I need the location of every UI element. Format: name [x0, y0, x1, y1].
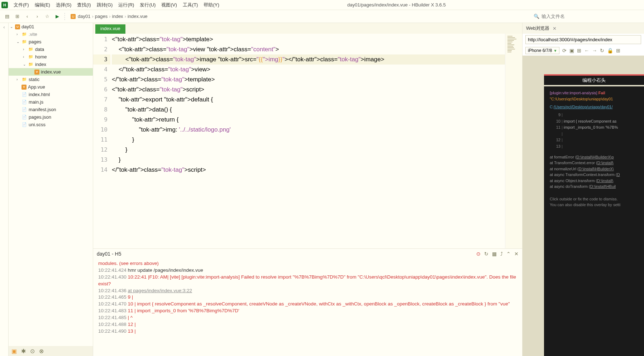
menu-file[interactable]: 文件(F) — [11, 0, 32, 10]
menu-run[interactable]: 运行(R) — [115, 0, 137, 10]
crumb-file[interactable]: index.vue — [128, 14, 148, 19]
tree-item[interactable]: 📄main.js — [9, 98, 93, 106]
tree-item[interactable]: 📄pages.json — [9, 113, 93, 121]
search-area: 🔍 — [534, 14, 641, 19]
rp-forward-icon[interactable]: → — [592, 48, 597, 53]
tab-active[interactable]: index.vue — [95, 24, 125, 34]
tree-item[interactable]: ›📁home — [9, 53, 93, 61]
tree-item[interactable]: ⌄📁index — [9, 61, 93, 68]
tree-item[interactable]: ›📁static — [9, 76, 93, 83]
forward-icon[interactable]: › — [33, 12, 42, 21]
preview-tab[interactable]: Web浏览器 — [526, 25, 550, 32]
breadcrumb: U day01 › pages › index › index.vue — [71, 14, 148, 19]
console-collapse-icon[interactable]: ⌃ — [506, 251, 511, 257]
menu-find[interactable]: 查找(I) — [74, 0, 94, 10]
rp-back-icon[interactable]: ← — [584, 48, 589, 53]
preview-url-input[interactable] — [525, 35, 641, 44]
console-restart-icon[interactable]: ↻ — [484, 251, 488, 257]
search-input[interactable] — [542, 14, 613, 19]
crumb-project[interactable]: day01 — [78, 14, 90, 19]
tree-item[interactable]: ›📁.vite — [9, 30, 93, 38]
tree-item[interactable]: 📄manifest.json — [9, 106, 93, 113]
close-icon[interactable]: ✕ — [553, 26, 557, 31]
app-header: 编程小石头 — [544, 74, 644, 85]
console-tool3-icon[interactable]: ▦ — [492, 251, 497, 257]
file-type-icon: U — [71, 14, 76, 19]
device-select[interactable]: iPhone 6/7/8▼ — [525, 47, 559, 54]
rp-tool3-icon[interactable]: ⊞ — [577, 48, 581, 53]
rp-tool2-icon[interactable]: ▣ — [569, 48, 574, 53]
explorer-icon[interactable]: ▤ — [3, 12, 11, 21]
menu-publish[interactable]: 发行(U) — [137, 0, 158, 10]
web-preview-panel: Web浏览器 ✕ iPhone 6/7/8▼ ⟳ ▣ ⊞ ← → ↻ 🔒 ⊞ 编… — [522, 23, 644, 356]
error-overlay[interactable]: [plugin:vite:import-analysis] Fail "C:\U… — [544, 86, 644, 356]
file-tree: ⌄ U day01 ›📁.vite⌄📁pages›📁data›📁home⌄📁in… — [9, 23, 93, 356]
crumb-folder2[interactable]: index — [112, 14, 123, 19]
toolbar: ▤ ⊞ ‹ › ☆ ▶ U day01 › pages › index › in… — [0, 10, 644, 23]
star-icon[interactable]: ☆ — [43, 12, 52, 21]
back-icon[interactable]: ‹ — [23, 12, 32, 21]
tree-item[interactable]: VApp.vue — [9, 83, 93, 91]
console-stop-icon[interactable]: ⊙ — [476, 251, 481, 257]
rp-refresh-icon[interactable]: ↻ — [600, 48, 604, 53]
code-editor[interactable]: 1234567891011121314 <"tok-attr">class="t… — [93, 34, 522, 248]
left-gutter: ‹ — [0, 23, 9, 356]
tree-tool-2-icon[interactable]: ✱ — [21, 348, 26, 355]
tree-item[interactable]: ›📁data — [9, 46, 93, 53]
tree-item[interactable]: Vindex.vue — [9, 68, 93, 76]
tree-root[interactable]: ⌄ U day01 — [9, 23, 93, 30]
tree-item[interactable]: 📄uni.scss — [9, 121, 93, 128]
menu-bar: H 文件(F) 编辑(E) 选择(S) 查找(I) 跳转(G) 运行(R) 发行… — [0, 0, 644, 10]
menu-edit[interactable]: 编辑(E) — [32, 0, 53, 10]
preview-viewport: 编程小石头 [plugin:vite:import-analysis] Fail… — [523, 56, 644, 356]
console-title: day01 - H5 — [97, 251, 121, 257]
editor-tabs: index.vue — [93, 23, 522, 34]
console-panel: day01 - H5 ⊙ ↻ ▦ ⤴ ⌃ ✕ modules. (see err… — [93, 248, 522, 356]
search-icon[interactable]: 🔍 — [534, 14, 539, 19]
console-tool4-icon[interactable]: ⤴ — [500, 251, 503, 257]
tree-tool-1-icon[interactable]: ▣ — [11, 348, 17, 355]
tree-item[interactable]: ⌄📁pages — [9, 38, 93, 46]
app-logo: H — [1, 2, 8, 8]
menu-tools[interactable]: 工具(T) — [180, 0, 201, 10]
rp-tool1-icon[interactable]: ⟳ — [562, 48, 567, 53]
rp-grid-icon[interactable]: ⊞ — [616, 48, 620, 53]
tree-tool-4-icon[interactable]: ⊗ — [39, 348, 44, 355]
minimap[interactable] — [505, 34, 522, 248]
menu-select[interactable]: 选择(S) — [53, 0, 74, 10]
tree-tool-3-icon[interactable]: ⊙ — [30, 348, 35, 355]
rp-lock-icon[interactable]: 🔒 — [607, 48, 613, 53]
run-icon[interactable]: ▶ — [53, 12, 62, 21]
new-tab-icon[interactable]: ⊞ — [13, 12, 22, 21]
menu-goto[interactable]: 跳转(G) — [94, 0, 116, 10]
menu-help[interactable]: 帮助(Y) — [201, 0, 222, 10]
menu-view[interactable]: 视图(V) — [158, 0, 180, 10]
collapse-icon[interactable]: ‹ — [3, 23, 5, 31]
separator — [65, 13, 65, 20]
tree-toolbar: ▣ ✱ ⊙ ⊗ — [9, 346, 93, 356]
crumb-folder1[interactable]: pages — [95, 14, 108, 19]
tree-item[interactable]: 📄index.html — [9, 91, 93, 98]
window-title: day01/pages/index/index.vue - HBuilder X… — [222, 2, 571, 8]
console-close-icon[interactable]: ✕ — [514, 251, 519, 257]
